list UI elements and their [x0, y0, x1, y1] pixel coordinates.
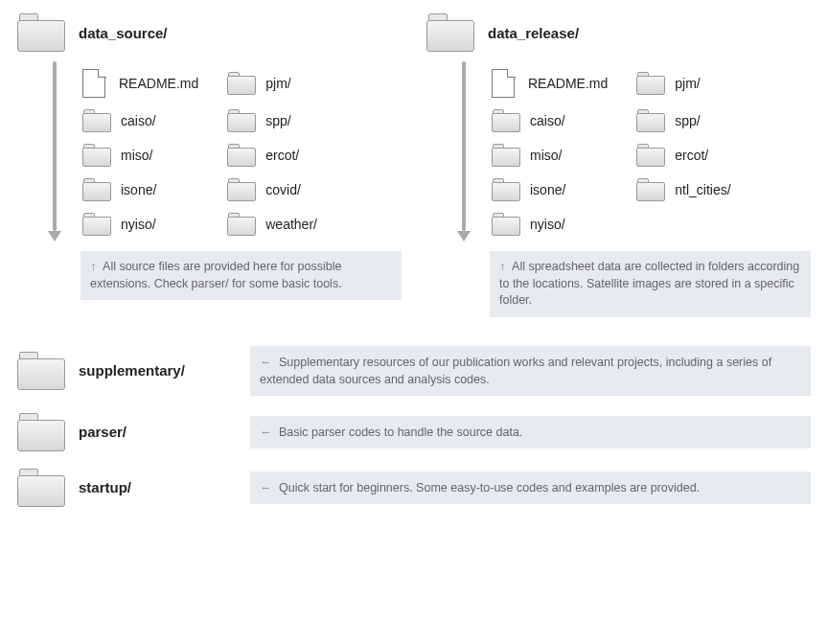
folder-contents-area: README.md pjm/ caiso/ spp/ miso/ ercot/ … — [455, 61, 811, 242]
folder-row-parser: parser/ ← Basic parser codes to handle t… — [17, 413, 811, 451]
items-grid: README.md pjm/ caiso/ spp/ miso/ ercot/ … — [82, 61, 343, 242]
arrow-left-icon: ← — [260, 479, 272, 496]
folder-icon — [82, 144, 111, 167]
description-text: Quick start for beginners. Some easy-to-… — [279, 481, 700, 494]
item-label: weather/ — [265, 217, 317, 232]
folder-row-supplementary: supplementary/ ← Supplementary resources… — [17, 346, 811, 396]
bottom-folder-list: supplementary/ ← Supplementary resources… — [17, 346, 811, 507]
item-label: isone/ — [530, 182, 565, 197]
folder-contents-area: README.md pjm/ caiso/ spp/ miso/ ercot/ … — [46, 61, 402, 242]
folder-column-data-release: data_release/ README.md pjm/ caiso/ spp/… — [426, 13, 811, 317]
folder-title: parser/ — [79, 424, 237, 440]
item-label: spp/ — [265, 113, 290, 128]
folder-title: data_source/ — [79, 25, 168, 41]
description-box: ← Basic parser codes to handle the sourc… — [250, 416, 811, 448]
items-grid: README.md pjm/ caiso/ spp/ miso/ ercot/ … — [492, 61, 752, 242]
list-item: README.md — [492, 69, 608, 98]
list-item: miso/ — [82, 144, 198, 167]
list-item: weather/ — [227, 213, 343, 236]
folder-icon — [636, 144, 665, 167]
list-item: pjm/ — [227, 69, 343, 98]
item-label: nyiso/ — [530, 217, 565, 232]
folder-icon — [492, 144, 520, 167]
folder-column-data-source: data_source/ README.md pjm/ caiso/ spp/ … — [17, 13, 402, 317]
list-item: miso/ — [492, 144, 608, 167]
folder-header: data_release/ — [426, 13, 811, 52]
folder-icon — [227, 72, 256, 95]
folder-icon — [82, 178, 111, 201]
list-item: caiso/ — [82, 109, 198, 132]
folder-icon — [492, 178, 520, 201]
description-text: Basic parser codes to handle the source … — [279, 426, 522, 439]
item-label: nyiso/ — [121, 217, 156, 232]
list-item: covid/ — [227, 178, 343, 201]
top-folder-row: data_source/ README.md pjm/ caiso/ spp/ … — [17, 13, 811, 317]
arrow-left-icon: ← — [260, 424, 272, 441]
folder-title: supplementary/ — [79, 362, 237, 379]
description-box: ← Supplementary resources of our publica… — [250, 346, 811, 396]
folder-title: data_release/ — [488, 25, 579, 41]
item-label: ntl_cities/ — [675, 182, 730, 197]
folder-icon — [227, 213, 256, 236]
list-item: ntl_cities/ — [636, 178, 752, 201]
folder-icon — [227, 109, 256, 132]
folder-icon — [17, 413, 65, 451]
list-item: isone/ — [492, 178, 608, 201]
folder-icon — [492, 109, 520, 132]
folder-icon — [636, 72, 665, 95]
list-item: nyiso/ — [82, 213, 198, 236]
item-label: pjm/ — [265, 76, 290, 91]
folder-icon — [17, 469, 65, 507]
item-label: caiso/ — [121, 113, 156, 128]
arrow-left-icon: ← — [260, 354, 272, 371]
folder-row-startup: startup/ ← Quick start for beginners. So… — [17, 469, 811, 507]
folder-icon — [17, 352, 65, 390]
folder-icon — [636, 109, 665, 132]
item-label: README.md — [528, 76, 608, 91]
item-label: isone/ — [121, 182, 156, 197]
list-item: caiso/ — [492, 109, 608, 132]
list-item: ercot/ — [227, 144, 343, 167]
folder-icon — [492, 213, 520, 236]
folder-icon — [17, 13, 65, 52]
item-label: spp/ — [675, 113, 700, 128]
item-label: README.md — [119, 76, 198, 91]
note-text: All spreadsheet data are collected in fo… — [499, 260, 799, 307]
note-box: ↑ All source files are provided here for… — [80, 251, 402, 300]
item-label: miso/ — [530, 148, 562, 163]
folder-icon — [82, 109, 111, 132]
list-item: nyiso/ — [492, 213, 608, 236]
item-label: covid/ — [265, 182, 301, 197]
list-item: ercot/ — [636, 144, 752, 167]
arrow-up-icon: ↑ — [90, 259, 96, 276]
arrow-up-icon: ↑ — [499, 259, 505, 276]
item-label: miso/ — [121, 148, 152, 163]
folder-icon — [636, 178, 665, 201]
description-text: Supplementary resources of our publicati… — [260, 356, 771, 386]
note-text: All source files are provided here for p… — [90, 260, 342, 290]
note-box: ↑ All spreadsheet data are collected in … — [490, 251, 811, 317]
folder-title: startup/ — [79, 479, 237, 495]
arrow-down-icon — [455, 61, 472, 242]
list-item: pjm/ — [636, 69, 752, 98]
folder-header: data_source/ — [17, 13, 402, 52]
list-item: isone/ — [82, 178, 198, 201]
item-label: caiso/ — [530, 113, 565, 128]
arrow-down-icon — [46, 61, 63, 242]
list-item: README.md — [82, 69, 198, 98]
folder-icon — [227, 144, 256, 167]
file-icon — [492, 69, 515, 98]
file-icon — [82, 69, 105, 98]
list-item: spp/ — [227, 109, 343, 132]
item-label: ercot/ — [675, 148, 708, 163]
folder-icon — [227, 178, 256, 201]
folder-icon — [82, 213, 111, 236]
item-label: ercot/ — [265, 148, 299, 163]
item-label: pjm/ — [675, 76, 700, 91]
folder-icon — [426, 13, 474, 52]
description-box: ← Quick start for beginners. Some easy-t… — [250, 472, 811, 504]
list-item: spp/ — [636, 109, 752, 132]
